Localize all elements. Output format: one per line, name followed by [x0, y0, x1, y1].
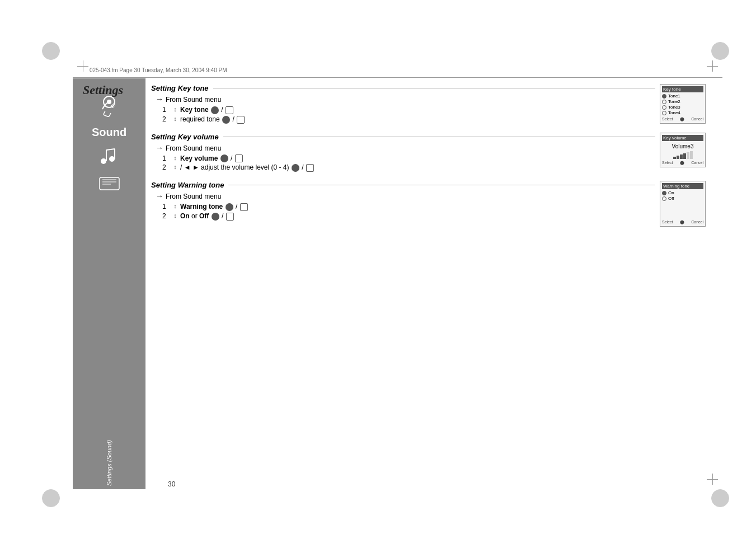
step-2-key-tone: 2 ↕ required tone / [151, 115, 655, 124]
screen-title-key-volume: Key volume [662, 135, 703, 141]
corner-circle-tl [42, 42, 60, 60]
sound-label: Sound [92, 126, 126, 139]
screen-footer-warning-tone: Select⬤Cancel [662, 220, 703, 224]
screen-option-tone1: Tone1 [662, 93, 703, 99]
corner-circle-bl [42, 489, 60, 507]
svg-rect-7 [100, 177, 119, 190]
screen-option-tone2: Tone2 [662, 99, 703, 104]
step-2-warning-tone: 2 ↕ On or Off / [151, 212, 655, 221]
screen-footer-key-tone: Select⬤Cancel [662, 117, 703, 121]
sidebar-vertical-text: Settings (Sound) [73, 458, 145, 467]
svg-line-6 [106, 149, 115, 150]
screen-warning-tone: Warning tone On Off Select⬤Cancel [660, 181, 706, 227]
step-1-key-volume: 1 ↕ Key volume / [151, 154, 655, 163]
section-title-warning-tone: Setting Warning tone [151, 181, 655, 189]
section-warning-tone: Setting Warning tone →From Sound menu 1 … [151, 181, 711, 221]
crosshair-tr [707, 60, 718, 72]
main-content: Setting Key tone →From Sound menu 1 ↕ Ke… [151, 84, 711, 484]
section-key-tone: Setting Key tone →From Sound menu 1 ↕ Ke… [151, 84, 711, 124]
screen-option-off: Off [662, 196, 703, 201]
music-icon [98, 144, 120, 171]
phone-icon-small [97, 176, 122, 194]
step-1-key-tone: 1 ↕ Key tone / [151, 106, 655, 114]
screen-footer-key-volume: Select⬤Cancel [662, 161, 703, 165]
screen-key-tone: Key tone Tone1 Tone2 Tone3 Tone4 Select⬤… [660, 84, 706, 124]
settings-heading: Settings [83, 83, 123, 97]
screen-option-tone3: Tone3 [662, 105, 703, 110]
sidebar: Sound Settings (Sound) [73, 78, 145, 489]
screen-option-tone4: Tone4 [662, 110, 703, 115]
corner-circle-br [711, 489, 729, 507]
filepath: 025-043.fm Page 30 Tuesday, March 30, 20… [90, 67, 227, 73]
from-menu-key-tone: →From Sound menu [151, 95, 655, 104]
page-number: 30 [168, 480, 175, 488]
svg-point-2 [101, 158, 106, 164]
corner-circle-tr [711, 42, 729, 60]
volume-label: Volume3 [662, 143, 703, 149]
crosshair-tl [77, 60, 88, 72]
from-menu-warning-tone: →From Sound menu [151, 191, 655, 200]
header-rule [73, 77, 722, 78]
volume-bars [662, 151, 703, 159]
step-2-key-volume: 2 ↕ / ◄ ► adjust the volume level (0 - 4… [151, 163, 655, 172]
section-title-key-volume: Setting Key volume [151, 133, 655, 141]
screen-key-volume: Key volume Volume3 Select⬤Cancel [660, 133, 706, 167]
from-menu-key-volume: →From Sound menu [151, 143, 655, 152]
section-title-key-tone: Setting Key tone [151, 84, 655, 92]
step-1-warning-tone: 1 ↕ Warning tone / [151, 203, 655, 211]
screen-option-on: On [662, 190, 703, 195]
svg-point-3 [109, 156, 115, 162]
screen-title-key-tone: Key tone [662, 86, 703, 92]
screen-title-warning-tone: Warning tone [662, 183, 703, 189]
section-key-volume: Setting Key volume →From Sound menu 1 ↕ … [151, 133, 711, 172]
